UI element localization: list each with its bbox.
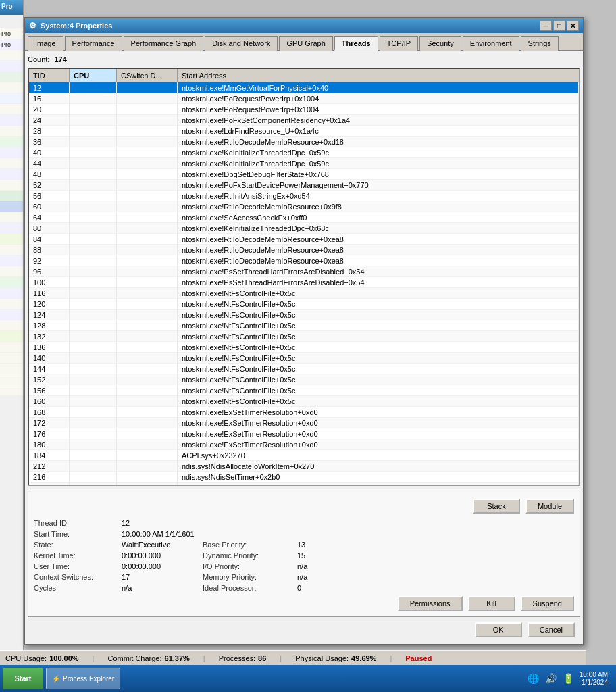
thread-row[interactable]: 124ntoskrnl.exe!NtFsControlFile+0x5c (29, 310, 579, 320)
thread-cell-addr: ntoskrnl.exe!PsSetThreadHardErrorsAreDis… (178, 277, 579, 287)
thread-row[interactable]: 156ntoskrnl.exe!NtFsControlFile+0x5c (29, 385, 579, 396)
thread-row[interactable]: 212ndis.sys!NdisAllocateIoWorkItem+0x270 (29, 461, 579, 472)
left-row (0, 158, 23, 169)
thread-row[interactable]: 144ntoskrnl.exe!NtFsControlFile+0x5c (29, 364, 579, 374)
tab-performance-graph[interactable]: Performance Graph (124, 36, 204, 51)
tab-environment[interactable]: Environment (463, 36, 519, 51)
tab-disk-and-network[interactable]: Disk and Network (205, 36, 278, 51)
thread-row[interactable]: 136ntoskrnl.exe!NtFsControlFile+0x5c (29, 342, 579, 353)
system-tray: 🌐 🔊 🔋 10:00 AM 1/1/2024 (527, 671, 613, 686)
thread-row[interactable]: 152ntoskrnl.exe!NtFsControlFile+0x5c (29, 374, 579, 385)
thread-row[interactable]: 84ntoskrnl.exe!RtlIoDecodeMemIoResource+… (29, 234, 579, 245)
ok-button[interactable]: OK (475, 622, 522, 637)
left-row (0, 385, 23, 396)
close-button[interactable]: ✕ (567, 20, 579, 31)
thread-row[interactable]: 180ntoskrnl.exe!ExSetTimerResolution+0xd… (29, 439, 579, 450)
tab-strings[interactable]: Strings (521, 36, 559, 51)
thread-row[interactable]: 92ntoskrnl.exe!RtlIoDecodeMemIoResource+… (29, 255, 579, 266)
thread-cell-cswitch (117, 450, 178, 460)
thread-row[interactable]: 220ndis.sys!NdisAllocateNetBufferPool+0x… (29, 483, 579, 485)
thread-row[interactable]: 176ntoskrnl.exe!ExSetTimerResolution+0xd… (29, 428, 579, 439)
user-time-value: 0:00:00.000 (122, 562, 189, 570)
base-priority-value: 13 (297, 541, 305, 549)
thread-row[interactable]: 36ntoskrnl.exe!RtlIoDecodeMemIoResource+… (29, 137, 579, 147)
left-row (0, 353, 23, 364)
thread-cell-addr: ntoskrnl.exe!ExSetTimerResolution+0xd0 (178, 407, 579, 417)
threads-header: TID CPU CSwitch D... Start Address (29, 69, 579, 82)
thread-row[interactable]: 184ACPI.sys+0x23270 (29, 450, 579, 461)
thread-row[interactable]: 12ntoskrnl.exe!MmGetVirtualForPhysical+0… (29, 82, 579, 93)
thread-row[interactable]: 56ntoskrnl.exe!RtlInitAnsiStringEx+0xd54 (29, 191, 579, 201)
thread-cell-cswitch (117, 212, 178, 222)
col-header-addr[interactable]: Start Address (178, 69, 579, 82)
stack-button[interactable]: Stack (473, 499, 520, 514)
tab-image[interactable]: Image (28, 36, 63, 51)
thread-cell-cswitch (117, 320, 178, 330)
thread-row[interactable]: 216ndis.sys!NdisSetTimer+0x2b0 (29, 472, 579, 483)
col-header-cpu[interactable]: CPU (70, 69, 117, 82)
left-row (0, 180, 23, 191)
col-header-tid[interactable]: TID (29, 69, 70, 82)
thread-row[interactable]: 140ntoskrnl.exe!NtFsControlFile+0x5c (29, 353, 579, 364)
thread-row[interactable]: 160ntoskrnl.exe!NtFsControlFile+0x5c (29, 396, 579, 407)
permissions-button[interactable]: Permissions (398, 596, 463, 611)
tab-tcp/ip[interactable]: TCP/IP (380, 36, 418, 51)
threads-table-body[interactable]: 12ntoskrnl.exe!MmGetVirtualForPhysical+0… (29, 82, 579, 485)
minimize-button[interactable]: ─ (540, 20, 552, 31)
thread-cell-tid: 184 (29, 450, 70, 460)
tab-performance[interactable]: Performance (65, 36, 122, 51)
suspend-button[interactable]: Suspend (521, 596, 574, 611)
start-button[interactable]: Start (3, 668, 43, 689)
thread-cell-tid: 20 (29, 104, 70, 114)
thread-row[interactable]: 52ntoskrnl.exe!PoFxStartDevicePowerManag… (29, 180, 579, 191)
maximize-button[interactable]: □ (553, 20, 565, 31)
thread-cell-addr: ndis.sys!NdisAllocateIoWorkItem+0x270 (178, 461, 579, 471)
thread-cell-cpu (70, 223, 117, 233)
thread-row[interactable]: 44ntoskrnl.exe!KeInitializeThreadedDpc+0… (29, 158, 579, 169)
thread-row[interactable]: 60ntoskrnl.exe!RtlIoDecodeMemIoResource+… (29, 201, 579, 212)
thread-row[interactable]: 96ntoskrnl.exe!PsSetThreadHardErrorsAreD… (29, 266, 579, 277)
thread-row[interactable]: 172ntoskrnl.exe!ExSetTimerResolution+0xd… (29, 418, 579, 428)
thread-cell-cpu (70, 353, 117, 363)
taskbar-pe-item[interactable]: ⚡ Process Explorer (46, 668, 120, 689)
count-value: 174 (54, 55, 66, 64)
thread-cell-cpu (70, 418, 117, 428)
thread-row[interactable]: 116ntoskrnl.exe!NtFsControlFile+0x5c (29, 288, 579, 299)
module-button[interactable]: Module (525, 499, 574, 514)
thread-row[interactable]: 16ntoskrnl.exe!PoRequestPowerIrp+0x1004 (29, 93, 579, 104)
thread-row[interactable]: 40ntoskrnl.exe!KeInitializeThreadedDpc+0… (29, 147, 579, 158)
thread-cell-addr: ntoskrnl.exe!PoFxSetComponentResidency+0… (178, 115, 579, 125)
thread-row[interactable]: 132ntoskrnl.exe!NtFsControlFile+0x5c (29, 331, 579, 342)
thread-cell-cswitch (117, 191, 178, 201)
thread-row[interactable]: 48ntoskrnl.exe!DbgSetDebugFilterState+0x… (29, 169, 579, 180)
action-buttons: Permissions Kill Suspend (34, 596, 574, 611)
detail-row-cycles: Cycles: n/a Ideal Processor: 0 (34, 584, 574, 592)
thread-cell-tid: 64 (29, 212, 70, 222)
thread-row[interactable]: 168ntoskrnl.exe!ExSetTimerResolution+0xd… (29, 407, 579, 418)
thread-cell-cswitch (117, 147, 178, 157)
thread-cell-tid: 128 (29, 320, 70, 330)
thread-cell-cswitch (117, 396, 178, 406)
col-header-cswitch[interactable]: CSwitch D... (117, 69, 178, 82)
tab-threads[interactable]: Threads (334, 36, 378, 51)
thread-row[interactable]: 20ntoskrnl.exe!PoRequestPowerIrp+0x1004 (29, 104, 579, 115)
thread-row[interactable]: 80ntoskrnl.exe!KeInitializeThreadedDpc+0… (29, 223, 579, 234)
thread-row[interactable]: 128ntoskrnl.exe!NtFsControlFile+0x5c (29, 320, 579, 331)
thread-row[interactable]: 120ntoskrnl.exe!NtFsControlFile+0x5c (29, 299, 579, 310)
thread-row[interactable]: 100ntoskrnl.exe!PsSetThreadHardErrorsAre… (29, 277, 579, 288)
thread-cell-cpu (70, 364, 117, 374)
thread-cell-addr: ntoskrnl.exe!NtFsControlFile+0x5c (178, 288, 579, 298)
cancel-button[interactable]: Cancel (528, 622, 575, 637)
thread-cell-cswitch (117, 374, 178, 385)
thread-row[interactable]: 88ntoskrnl.exe!RtlIoDecodeMemIoResource+… (29, 245, 579, 255)
thread-cell-addr: ntoskrnl.exe!NtFsControlFile+0x5c (178, 385, 579, 395)
thread-cell-cpu (70, 191, 117, 201)
thread-row[interactable]: 64ntoskrnl.exe!SeAccessCheckEx+0xff0 (29, 212, 579, 223)
tab-gpu-graph[interactable]: GPU Graph (279, 36, 332, 51)
thread-row[interactable]: 28ntoskrnl.exe!LdrFindResource_U+0x1a4c (29, 126, 579, 137)
tab-security[interactable]: Security (419, 36, 461, 51)
thread-row[interactable]: 24ntoskrnl.exe!PoFxSetComponentResidency… (29, 115, 579, 126)
kill-button[interactable]: Kill (468, 596, 515, 611)
thread-details: Stack Module Thread ID: 12 Start Time: 1… (28, 489, 580, 617)
thread-cell-addr: ntoskrnl.exe!RtlInitAnsiStringEx+0xd54 (178, 191, 579, 201)
